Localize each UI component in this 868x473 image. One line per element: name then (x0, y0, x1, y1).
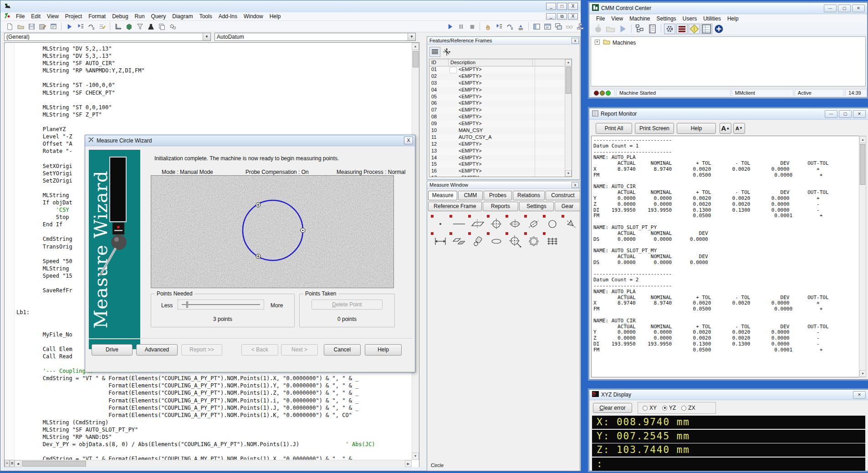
cone-icon[interactable] (561, 215, 579, 231)
cc-titlebar[interactable]: CMM Control Center — ▢ ✕ (589, 3, 867, 14)
point-icon[interactable] (430, 215, 448, 231)
code-line[interactable]: MLString "SF Z_PT" (16, 111, 411, 118)
radio-xy[interactable]: XY (643, 405, 657, 411)
tree-expand-icon[interactable]: + (595, 40, 600, 45)
maximize-button[interactable]: □ (557, 3, 567, 10)
stop-icon[interactable] (467, 22, 477, 31)
scroll-thumb[interactable] (22, 461, 86, 467)
delete-point-button[interactable]: Delete Point (311, 300, 383, 310)
web-icon[interactable] (542, 232, 560, 249)
cc-menu-item-settings[interactable]: Settings (654, 15, 679, 23)
object-combobox[interactable]: (General) ▼ (4, 33, 211, 41)
radio-dot-icon[interactable] (643, 406, 648, 411)
table-row[interactable]: 13<EMPTY> (429, 148, 572, 155)
report-scrollbar[interactable]: ▲ ▼ (859, 136, 866, 377)
code-line[interactable] (16, 74, 411, 81)
table-row[interactable]: 10MAN_CSY (429, 127, 572, 134)
code-line[interactable]: Format(Elements("COUPLING_A_PY_PT").NOM.… (16, 412, 411, 419)
code-line[interactable]: MLString "RP %ANPMDO:Y,Z,DI,FM" (16, 67, 411, 74)
table-row[interactable]: 07<EMPTY> (429, 107, 572, 114)
circle-icon[interactable] (486, 215, 504, 231)
menu-item-project[interactable]: Project (62, 12, 85, 20)
tab-settings[interactable]: Settings (519, 202, 554, 211)
code-line[interactable]: Format(Elements("COUPLING_A_PY_PT").NOM.… (16, 404, 411, 412)
distance-icon[interactable] (430, 232, 448, 249)
drive-button[interactable]: Drive (92, 344, 133, 356)
cc-menu-item-users[interactable]: Users (679, 15, 700, 23)
circle-radius-icon[interactable] (505, 232, 523, 249)
rm-titlebar[interactable]: Report Monitor — ▢ ✕ (589, 108, 868, 120)
table-row[interactable]: 14<EMPTY> (429, 155, 572, 162)
procedure-combobox[interactable]: AutoDatum ▼ (214, 33, 416, 41)
xyz-titlebar[interactable]: XYZ Display ✕ (589, 390, 868, 400)
cylinder-icon[interactable] (523, 215, 541, 231)
scroll-thumb[interactable] (860, 144, 865, 185)
chevron-down-icon[interactable]: ▼ (203, 33, 210, 41)
scroll-up-icon[interactable]: ▲ (412, 43, 419, 50)
radio-yz[interactable]: YZ (662, 405, 676, 411)
menu-item-run[interactable]: Run (132, 12, 148, 20)
wizard-titlebar[interactable]: Measure Circle Wizard X (85, 135, 415, 146)
table-row[interactable]: 12<EMPTY> (429, 141, 572, 148)
add-circle-icon[interactable] (713, 24, 725, 34)
pause-icon[interactable] (456, 22, 466, 31)
cc-menu-item-utilities[interactable]: Utilities (700, 15, 724, 23)
step-over-icon[interactable] (86, 22, 96, 31)
scroll-down-icon[interactable]: ▼ (859, 370, 866, 377)
code-line[interactable] (16, 118, 411, 126)
report-button[interactable]: Report >> (181, 344, 222, 356)
advanced-button[interactable]: Advanced (136, 344, 178, 356)
red-bars-icon[interactable] (676, 24, 688, 34)
radio-zx[interactable]: ZX (681, 405, 695, 411)
cc-menu-item-view[interactable]: View (608, 15, 626, 23)
tab-reference-frame[interactable]: Reference Frame (428, 202, 482, 211)
cancel-button[interactable]: Cancel (324, 344, 361, 356)
check-list-icon[interactable] (97, 22, 107, 31)
run-icon[interactable] (617, 24, 628, 34)
flask-icon[interactable] (146, 22, 156, 31)
menu-item-view[interactable]: View (44, 12, 62, 20)
open-folder-icon[interactable] (605, 24, 616, 34)
code-line[interactable]: MLString "SF AUTO_SLOT_PT_PY" (16, 426, 411, 433)
code-line[interactable]: MLString (CmdString) (16, 419, 411, 426)
code-line[interactable] (16, 448, 411, 455)
chevron-down-icon[interactable]: ▼ (408, 33, 415, 41)
code-line[interactable]: MLString "ST -100,0,0" (16, 81, 411, 89)
features-table[interactable]: ID Description 01<EMPTY>02<EMPTY>03<EMPT… (429, 59, 572, 177)
code-line[interactable]: CmdString = "VT " & Format(Elements("COU… (16, 455, 411, 460)
step-out-icon[interactable] (516, 22, 526, 31)
code-line[interactable]: PlaneYZ (16, 126, 411, 133)
measurement-view[interactable] (151, 175, 394, 288)
scroll-down-icon[interactable]: ▼ (565, 170, 572, 177)
menu-item-help[interactable]: Help (266, 12, 284, 20)
table-row[interactable]: 09<EMPTY> (429, 121, 572, 127)
font-increase-button[interactable]: A▲ (720, 123, 731, 134)
tab-reports[interactable]: Reports (483, 202, 518, 211)
slot-icon[interactable] (486, 232, 504, 249)
open-folder-icon[interactable] (15, 22, 26, 31)
back-button[interactable]: < Back (241, 344, 278, 356)
gear2-icon[interactable] (664, 24, 675, 34)
ellipse-icon[interactable] (505, 215, 523, 231)
code-line[interactable]: MLString "SF AUTO_CIR" (16, 60, 411, 67)
machines-tree[interactable]: + Machines (591, 36, 866, 86)
close-icon[interactable]: x (572, 38, 579, 44)
grid-view-icon[interactable] (701, 24, 712, 34)
clear-error-button[interactable]: Clear error (593, 403, 632, 413)
code-line[interactable] (16, 97, 411, 104)
scroll-up-icon[interactable]: ▲ (565, 59, 572, 66)
full-view-button[interactable]: ≡ (5, 460, 10, 467)
mdi-minimize-button[interactable]: _ (546, 13, 556, 20)
table-row[interactable]: 15<EMPTY> (429, 161, 572, 168)
tab-probes[interactable]: Probes (484, 191, 512, 200)
table-row[interactable]: 17<EMPTY> (429, 175, 572, 177)
close-button[interactable]: ✕ (853, 110, 866, 118)
code-line[interactable]: Format(Elements("COUPLING_A_PY_PT").NOM.… (16, 397, 411, 404)
filter-icon[interactable] (135, 22, 145, 31)
code-line[interactable]: Dev_Y_PY = objData.s(8, 0) / Abs(Element… (16, 441, 411, 448)
menu-item-tools[interactable]: Tools (196, 12, 215, 20)
save-icon[interactable] (26, 22, 36, 31)
scroll-thumb[interactable] (413, 51, 419, 67)
probe-icon[interactable] (467, 232, 485, 249)
menu-item-add-ins[interactable]: Add-Ins (215, 12, 240, 20)
